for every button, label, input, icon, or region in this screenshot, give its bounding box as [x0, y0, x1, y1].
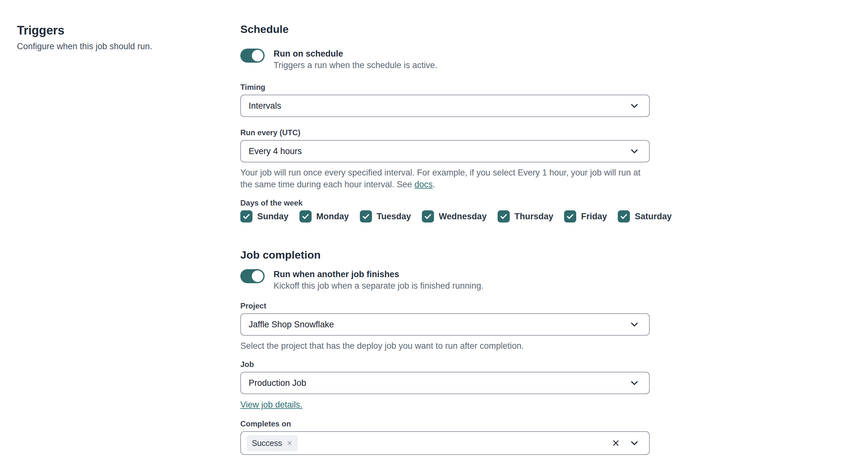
page-subtitle: Configure when this job should run.: [17, 41, 209, 52]
timing-field: Timing Intervals: [240, 83, 650, 117]
day-label: Friday: [581, 212, 607, 221]
sunday-checkbox-checked[interactable]: [240, 210, 252, 222]
saturday-checkbox-checked[interactable]: [618, 210, 630, 222]
run-when-job-finishes-label: Run when another job finishes: [274, 269, 484, 280]
run-every-field: Run every (UTC) Every 4 hours Your job w…: [240, 128, 650, 190]
run-when-job-finishes-row: Run when another job finishes Kickoff th…: [240, 269, 650, 291]
chevron-down-icon: [629, 146, 640, 156]
days-of-week-row: Sunday Monday Tuesday Wednesday Thursday: [240, 210, 650, 222]
day-label: Monday: [316, 212, 349, 221]
days-of-week-label: Days of the week: [240, 198, 650, 208]
triggers-settings-page: Triggers Configure when this job should …: [0, 0, 868, 468]
clear-all-icon[interactable]: [611, 439, 620, 447]
toggle-knob: [252, 50, 264, 61]
project-field: Project Jaffle Shop Snowflake Select the…: [240, 301, 650, 352]
timing-label: Timing: [240, 83, 650, 92]
day-label: Tuesday: [377, 212, 411, 221]
timing-selected-value: Intervals: [249, 101, 629, 111]
job-completion-heading: Job completion: [240, 248, 650, 261]
day-label: Thursday: [515, 212, 554, 221]
section-intro: Triggers Configure when this job should …: [17, 23, 209, 52]
selected-value-chip-success: Success: [247, 435, 298, 451]
day-label: Sunday: [257, 212, 288, 221]
help-text-part: .: [433, 180, 435, 189]
job-select[interactable]: Production Job: [240, 372, 650, 394]
job-selected-value: Production Job: [249, 378, 629, 388]
chevron-down-icon: [629, 101, 640, 111]
run-when-job-finishes-text: Run when another job finishes Kickoff th…: [274, 269, 484, 291]
schedule-heading: Schedule: [240, 22, 650, 36]
project-selected-value: Jaffle Shop Snowflake: [249, 320, 629, 330]
chevron-down-icon: [629, 378, 640, 388]
trigger-settings-form: Schedule Run on schedule Triggers a run …: [240, 0, 650, 455]
project-label: Project: [240, 301, 650, 311]
run-when-job-finishes-toggle[interactable]: [240, 269, 265, 283]
day-item-thursday[interactable]: Thursday: [498, 210, 554, 222]
monday-checkbox-checked[interactable]: [300, 210, 312, 222]
page-title: Triggers: [17, 23, 209, 38]
run-on-schedule-label: Run on schedule: [274, 48, 437, 59]
day-label: Saturday: [635, 212, 672, 221]
help-text-part: Your job will run once every specified i…: [240, 168, 641, 189]
chip-label: Success: [252, 439, 282, 448]
tuesday-checkbox-checked[interactable]: [360, 210, 372, 222]
day-item-monday[interactable]: Monday: [300, 210, 349, 222]
timing-select[interactable]: Intervals: [240, 95, 650, 117]
chevron-down-icon: [629, 319, 640, 330]
wednesday-checkbox-checked[interactable]: [422, 210, 434, 222]
run-on-schedule-text: Run on schedule Triggers a run when the …: [274, 48, 437, 71]
thursday-checkbox-checked[interactable]: [498, 210, 510, 222]
job-field: Job Production Job View job details.: [240, 360, 650, 410]
run-on-schedule-toggle[interactable]: [240, 49, 265, 63]
project-select[interactable]: Jaffle Shop Snowflake: [240, 313, 650, 336]
chevron-down-icon[interactable]: [629, 438, 640, 448]
docs-link[interactable]: docs: [414, 180, 433, 189]
run-every-selected-value: Every 4 hours: [249, 147, 629, 156]
completes-on-multiselect[interactable]: Success: [240, 431, 650, 455]
run-when-job-finishes-description: Kickoff this job when a separate job is …: [274, 280, 484, 291]
run-every-select[interactable]: Every 4 hours: [240, 140, 650, 162]
job-details-link-row: View job details.: [240, 399, 650, 410]
job-label: Job: [240, 360, 650, 369]
day-label: Wednesday: [439, 212, 487, 221]
day-item-friday[interactable]: Friday: [564, 210, 607, 222]
multiselect-actions: [611, 438, 640, 448]
run-every-help-text: Your job will run once every specified i…: [240, 167, 650, 190]
day-item-saturday[interactable]: Saturday: [618, 210, 672, 222]
day-item-sunday[interactable]: Sunday: [240, 210, 288, 222]
chip-remove-icon[interactable]: [286, 440, 293, 446]
toggle-knob: [252, 271, 264, 282]
day-item-tuesday[interactable]: Tuesday: [360, 210, 411, 222]
days-of-week-field: Days of the week Sunday Monday Tuesday W…: [240, 198, 650, 222]
run-on-schedule-row: Run on schedule Triggers a run when the …: [240, 48, 650, 71]
completes-on-field: Completes on Success: [240, 419, 650, 455]
run-on-schedule-description: Triggers a run when the schedule is acti…: [274, 59, 437, 71]
run-every-label: Run every (UTC): [240, 128, 650, 137]
view-job-details-link[interactable]: View job details.: [240, 400, 303, 409]
completes-on-label: Completes on: [240, 419, 650, 429]
friday-checkbox-checked[interactable]: [564, 210, 576, 222]
day-item-wednesday[interactable]: Wednesday: [422, 210, 487, 222]
project-help-text: Select the project that has the deploy j…: [240, 340, 650, 352]
